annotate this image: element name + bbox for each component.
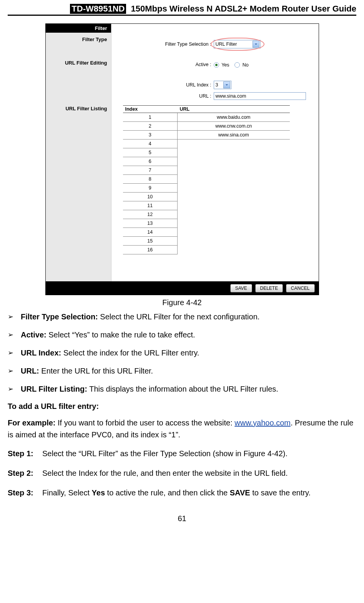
chevron-down-icon [253,41,259,48]
listing-row-url [178,174,290,183]
step-2-label: Step 2: [8,467,42,479]
save-button[interactable]: SAVE [230,284,252,292]
listing-row-url [178,236,290,245]
description-item: ➢URL: Enter the URL for this URL Filter. [8,365,356,377]
description-text: URL Filter Listing: This displays the in… [21,383,356,395]
sidebar-title: Filter [46,24,111,33]
description-item: ➢URL Index: Select the index for the URL… [8,347,356,359]
cancel-button[interactable]: CANCEL [286,284,315,292]
subhead-add-entry: To add a URL filter entry: [8,402,356,411]
table-row: 13 [123,219,290,228]
listing-row-index: 10 [123,192,178,201]
step-3-b2: SAVE [230,488,250,497]
step-2: Step 2: Select the Index for the rule, a… [8,467,356,479]
listing-row-index: 1 [123,113,178,121]
step-1-text: Select the “URL Filter” as the Filer Typ… [42,448,356,460]
description-item: ➢Filter Type Selection: Select the URL F… [8,311,356,323]
table-row: 2www.cnw.com.cn [123,121,290,130]
listing-col-index: Index [123,105,178,113]
listing-col-url: URL [178,105,290,113]
listing-row-url [178,219,290,228]
listing-row-index: 9 [123,183,178,192]
bullet-arrow-icon: ➢ [8,365,21,377]
example-lead: For example: [8,419,55,427]
filter-type-select[interactable]: URL Filter [214,40,261,48]
delete-button[interactable]: DELETE [255,284,283,292]
listing-row-index: 2 [123,121,178,130]
steps-list: Step 1: Select the “URL Filter” as the F… [8,448,356,499]
filter-type-value: URL Filter [215,42,251,47]
listing-row-index: 14 [123,228,178,236]
example-link[interactable]: www.yahoo.com [234,419,291,427]
active-yes-radio[interactable] [214,62,219,68]
step-1-label: Step 1: [8,448,42,460]
listing-row-url [178,201,290,210]
table-row: 14 [123,228,290,236]
active-no-label: No [243,62,249,68]
listing-row-index: 16 [123,245,178,254]
step-3: Step 3: Finally, Select Yes to active th… [8,487,356,499]
description-body: Enter the URL for this URL Filter. [39,367,153,375]
main-panel: Filter Type Selection : URL Filter Activ… [111,24,319,281]
label-url-index: URL Index : [111,82,214,88]
description-body: Select “Yes” to make the rule to take ef… [47,331,195,339]
active-yes-label: Yes [221,62,229,68]
listing-row-url [178,245,290,254]
step-3-mid: to active the rule, and then click the [105,488,230,497]
listing-row-index: 13 [123,219,178,228]
table-row: 10 [123,192,290,201]
table-row: 15 [123,236,290,245]
figure-caption: Figure 4-42 [8,298,356,307]
listing-row-url [178,157,290,166]
active-no-radio[interactable] [234,62,240,68]
url-index-value: 3 [215,82,222,88]
step-1: Step 1: Select the “URL Filter” as the F… [8,448,356,460]
label-url: URL : [111,93,214,99]
sidebar-section-listing: URL Filter Listing [46,102,111,113]
listing-row-url [178,228,290,236]
listing-row-index: 15 [123,236,178,245]
url-index-select[interactable]: 3 [214,81,231,89]
bullet-arrow-icon: ➢ [8,329,21,341]
example-paragraph: For example: If you want to forbid the u… [8,417,356,441]
description-body: Select the URL Filter for the next confi… [98,312,260,321]
listing-row-url [178,139,290,148]
sidebar-section-editing: URL Filter Editing [46,56,111,67]
table-row: 16 [123,245,290,254]
description-label: Active: [21,331,47,339]
sidebar: Filter Filter Type URL Filter Editing UR… [46,24,111,281]
listing-row-index: 6 [123,157,178,166]
table-row: 12 [123,210,290,219]
description-text: Filter Type Selection: Select the URL Fi… [21,311,356,323]
sidebar-section-filter-type: Filter Type [46,33,111,44]
listing-row-url: www.sina.com [178,130,290,139]
listing-row-url [178,166,290,174]
table-row: 11 [123,201,290,210]
step-3-text: Finally, Select Yes to active the rule, … [42,487,356,499]
listing-row-index: 12 [123,210,178,219]
chevron-down-icon [223,81,230,88]
table-row: 9 [123,183,290,192]
url-input[interactable]: www.sina.com [214,92,306,100]
description-text: Active: Select “Yes” to make the rule to… [21,329,356,341]
header-title: 150Mbps Wireless N ADSL2+ Modem Router U… [131,4,356,13]
listing-row-url: www.baidu.com [178,113,290,121]
router-ui-screenshot: Filter Filter Type URL Filter Editing UR… [45,23,319,295]
table-row: 4 [123,139,290,148]
listing-row-url [178,148,290,157]
listing-row-index: 5 [123,148,178,157]
listing-row-url: www.cnw.com.cn [178,121,290,130]
listing-row-index: 11 [123,201,178,210]
table-row: 6 [123,157,290,166]
step-3-b1: Yes [92,488,105,497]
listing-row-index: 3 [123,130,178,139]
table-row: 5 [123,148,290,157]
description-body: This displays the information about the … [87,385,278,393]
step-2-text: Select the Index for the rule, and then … [42,467,356,479]
table-row: 3www.sina.com [123,130,290,139]
description-label: URL Filter Listing: [21,385,87,393]
table-row: 8 [123,174,290,183]
example-pre: If you want to forbid the user to access… [55,419,234,427]
bullet-arrow-icon: ➢ [8,383,21,395]
screenshot-footer: SAVE DELETE CANCEL [46,281,319,295]
